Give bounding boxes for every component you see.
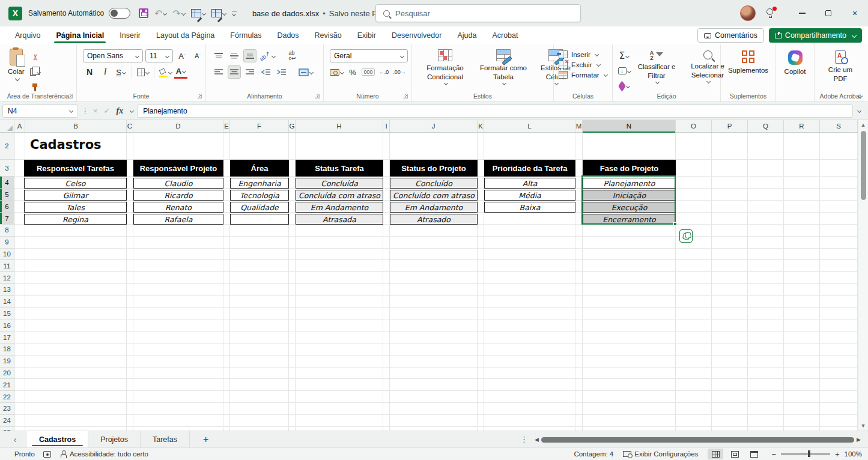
cell-responsavel-projeto-3[interactable]: Renato — [133, 202, 223, 213]
cell-prioridade-da-tarefa-1[interactable]: Alta — [484, 178, 575, 189]
cell-fase-do-projeto-2[interactable]: Iniciação — [583, 190, 676, 201]
cell-responsavel-projeto-2[interactable]: Ricardo — [133, 190, 223, 201]
row-header-14[interactable]: 14 — [0, 296, 14, 308]
row-header-17[interactable]: 17 — [0, 331, 14, 343]
column-header-Q[interactable]: Q — [748, 120, 784, 132]
horizontal-scrollbar[interactable]: ◀ ▶ — [535, 435, 861, 444]
row-header-16[interactable]: 16 — [0, 319, 14, 331]
cell-area-4[interactable] — [230, 214, 289, 225]
ribbon-tab-exibir[interactable]: Exibir — [350, 26, 384, 44]
align-middle-button[interactable] — [228, 49, 241, 62]
row-header-21[interactable]: 21 — [0, 379, 14, 391]
cell-fase-do-projeto-1[interactable]: Planejamento — [583, 178, 676, 189]
percent-style-button[interactable]: % — [346, 65, 359, 79]
format-painter-button[interactable] — [28, 80, 41, 94]
cell-responsavel-tarefas-1[interactable]: Celso — [24, 178, 127, 189]
cell-area-3[interactable]: Qualidade — [230, 202, 289, 213]
orientation-button[interactable]: ab↗ — [259, 49, 275, 62]
autosum-button[interactable]: Σ — [618, 49, 631, 62]
column-header-E[interactable]: E — [223, 120, 230, 132]
row-header-8[interactable]: 8 — [0, 225, 14, 237]
excel-app-icon[interactable]: X — [8, 7, 22, 20]
align-bottom-button[interactable] — [243, 49, 256, 62]
copilot-suggestion-button[interactable] — [679, 229, 693, 243]
bold-button[interactable]: N — [83, 65, 96, 79]
cut-button[interactable]: ✂ — [28, 50, 41, 64]
cell-responsavel-tarefas-2[interactable]: Gilmar — [24, 190, 127, 201]
zoom-slider[interactable] — [781, 453, 830, 454]
sort-filter-button[interactable]: AZ Classificar e Filtrar — [632, 48, 681, 85]
table-header-status-tarefa[interactable]: Status Tarefa — [296, 160, 383, 177]
align-left-button[interactable] — [212, 65, 225, 79]
column-header-G[interactable]: G — [289, 120, 296, 132]
clipboard-dialog-launcher[interactable] — [68, 94, 73, 98]
merge-center-button[interactable] — [299, 65, 313, 79]
copilot-button[interactable]: Copilot — [780, 48, 811, 77]
decrease-decimal-button[interactable]: .00→ — [393, 65, 406, 79]
row-header-2[interactable]: 2 — [0, 133, 14, 160]
format-cells-button[interactable]: Formatar — [559, 71, 607, 79]
horizontal-scroll-thumb[interactable] — [541, 437, 854, 443]
document-title[interactable]: base de dados.xlsx • Salvo neste PC — [252, 9, 389, 18]
scroll-right-icon[interactable]: ▶ — [857, 437, 861, 443]
redo-dropdown-icon[interactable] — [181, 11, 186, 15]
ribbon-tab-pagina-inicial[interactable]: Página Inicial — [48, 26, 112, 44]
share-dropdown-icon[interactable] — [852, 33, 857, 38]
display-settings-button[interactable]: Exibir Configurações — [623, 450, 698, 458]
enter-icon[interactable]: ✓ — [104, 106, 111, 115]
accounting-format-button[interactable] — [330, 65, 344, 79]
tab-strip-menu[interactable]: ⋮ — [520, 435, 528, 444]
close-button[interactable]: × — [842, 0, 868, 26]
cell-area-1[interactable]: Engenharia — [230, 178, 289, 189]
sheet-prev-button[interactable]: ‹ — [6, 435, 24, 444]
cell-responsavel-projeto-1[interactable]: Claudio — [133, 178, 223, 189]
column-header-F[interactable]: F — [230, 120, 289, 132]
paste-button[interactable]: Colar — [4, 48, 28, 82]
row-header-3[interactable]: 3 — [0, 160, 14, 177]
column-header-H[interactable]: H — [296, 120, 383, 132]
column-header-D[interactable]: D — [133, 120, 223, 132]
column-header-O[interactable]: O — [676, 120, 712, 132]
wrap-text-button[interactable]: abc↩ — [286, 49, 299, 62]
decrease-font-button[interactable]: Aˇ — [191, 49, 204, 62]
column-header-K[interactable]: K — [478, 120, 484, 132]
addins-button[interactable]: Suplementos — [723, 48, 773, 76]
font-dialog-launcher[interactable] — [198, 94, 202, 98]
accessibility-status[interactable]: Acessibilidade: tudo certo — [59, 450, 148, 458]
cancel-icon[interactable]: × — [93, 106, 98, 115]
decrease-indent-button[interactable] — [259, 65, 272, 79]
row-header-18[interactable]: 18 — [0, 343, 14, 356]
row-header-4[interactable]: 4 — [0, 177, 14, 189]
borders-button[interactable] — [136, 65, 150, 79]
column-header-P[interactable]: P — [712, 120, 748, 132]
clear-button[interactable] — [618, 79, 631, 92]
ribbon-tab-acrobat[interactable]: Acrobat — [484, 26, 526, 44]
format-as-table-button[interactable]: Formatar como Tabela — [475, 48, 532, 86]
macro-record-icon[interactable] — [43, 451, 51, 458]
cell-status-do-projeto-4[interactable]: Atrasado — [390, 214, 478, 225]
delete-cells-button[interactable]: Excluir — [559, 61, 607, 68]
increase-font-button[interactable]: Aˆ — [175, 49, 189, 62]
ribbon-tab-layout-da-pagina[interactable]: Layout da Página — [148, 26, 222, 44]
page-break-view-button[interactable] — [746, 449, 762, 459]
sheet-tab-tarefas[interactable]: Tarefas — [141, 431, 190, 447]
row-header-22[interactable]: 22 — [0, 391, 14, 403]
new-sheet-button[interactable]: + — [190, 434, 222, 445]
table-header-responsavel-tarefas[interactable]: Responsável Tarefas — [24, 160, 127, 177]
cell-fase-do-projeto-3[interactable]: Execução — [583, 202, 676, 213]
row-header-5[interactable]: 5 — [0, 189, 14, 201]
row-header-19[interactable]: 19 — [0, 356, 14, 368]
fill-button[interactable]: ↓ — [618, 64, 631, 77]
column-header-R[interactable]: R — [784, 120, 820, 132]
formula-bar-handle[interactable]: ⋮ — [82, 107, 90, 115]
row-header-10[interactable]: 10 — [0, 249, 14, 261]
formula-input[interactable]: Planejamento — [137, 104, 853, 118]
column-header-S[interactable]: S — [820, 120, 858, 132]
expand-formula-bar-icon[interactable] — [857, 109, 861, 113]
whats-new-button[interactable] — [766, 8, 774, 19]
font-size-select[interactable]: 11 — [145, 49, 173, 62]
save-button[interactable] — [139, 8, 148, 18]
cell-prioridade-da-tarefa-2[interactable]: Média — [484, 190, 575, 201]
column-header-C[interactable]: C — [127, 120, 133, 132]
redo-button[interactable]: ↷ — [172, 8, 184, 19]
